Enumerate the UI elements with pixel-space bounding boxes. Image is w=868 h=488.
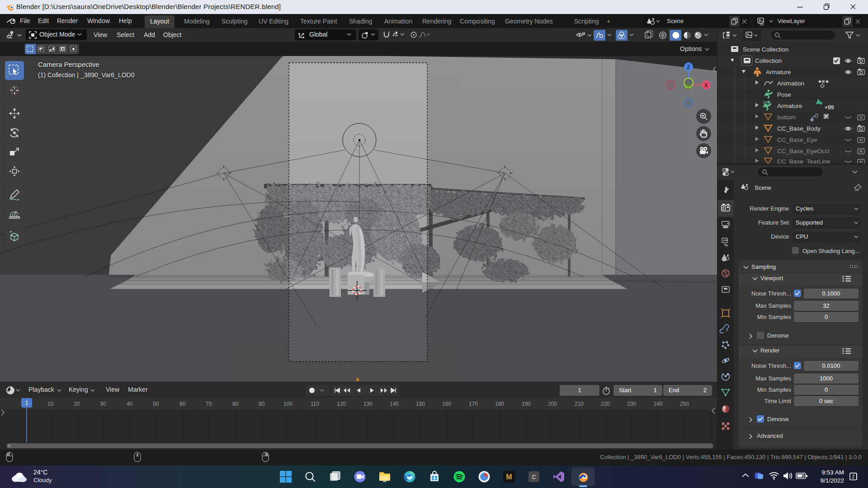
svg-text:Animation: Animation bbox=[777, 80, 804, 87]
svg-text:M: M bbox=[506, 473, 512, 481]
svg-text:bottom: bottom bbox=[777, 114, 796, 121]
svg-text:Scene Collection: Scene Collection bbox=[743, 46, 788, 53]
svg-text:CC_Base_Eye: CC_Base_Eye bbox=[777, 136, 817, 143]
svg-text:C: C bbox=[532, 474, 536, 480]
svg-text:Collection: Collection bbox=[755, 57, 782, 64]
svg-text:CC_Base_TearLine: CC_Base_TearLine bbox=[777, 158, 830, 164]
svg-text:Armature: Armature bbox=[777, 103, 802, 109]
svg-text:Armature: Armature bbox=[766, 69, 791, 75]
svg-text:Z: Z bbox=[687, 64, 690, 70]
svg-text:1: 1 bbox=[25, 399, 28, 406]
svg-text:Z: Z bbox=[852, 474, 854, 479]
svg-text:CC_Base_EyeOccl: CC_Base_EyeOccl bbox=[777, 148, 830, 155]
svg-text:CC_Base_Body: CC_Base_Body bbox=[777, 125, 821, 132]
svg-text:+99: +99 bbox=[825, 104, 834, 111]
svg-text:X: X bbox=[704, 82, 708, 89]
svg-text:Pose: Pose bbox=[777, 91, 791, 98]
